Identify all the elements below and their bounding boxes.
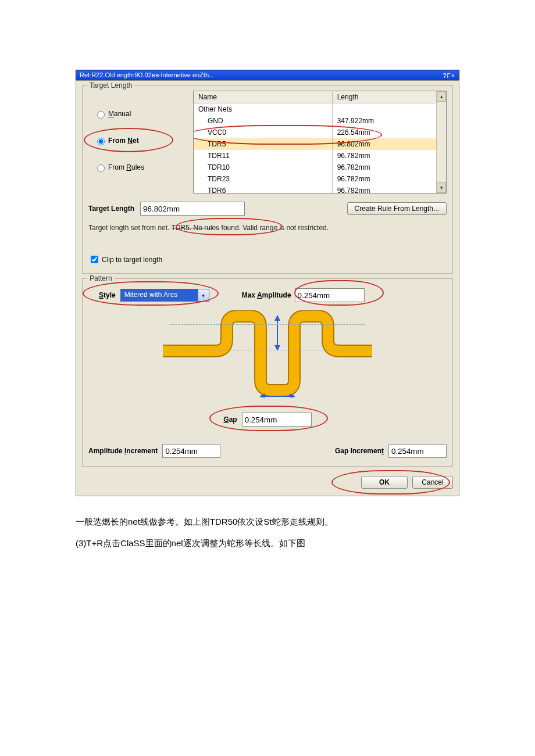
status-text: Target length set from net. TDR5. No rul… <box>88 224 447 232</box>
nets-table[interactable]: Name Length Other NetsGND347.922mmVCC022… <box>193 91 447 194</box>
style-label: Style <box>99 291 116 299</box>
caption-text-2: (3)T+R点击ClaSS里面的nel逐次调整为蛇形等长线。如下图 <box>76 535 459 551</box>
table-row[interactable]: TDR1196.782mm <box>194 150 446 162</box>
pattern-group: Pattern Style Mitered with Arcs ▾ Max Am… <box>82 278 453 467</box>
chevron-down-icon[interactable]: ▾ <box>198 289 209 301</box>
col-header-name[interactable]: Name <box>194 91 333 103</box>
style-combo[interactable]: Mitered with Arcs ▾ <box>120 289 209 302</box>
clip-checkbox-row[interactable]: Clip to target length <box>88 254 447 265</box>
radio-from-rules-label: From Rules <box>108 163 144 171</box>
window-title: Ret:R22.Old ength:9Ω.02ʙʙ-Internetive en… <box>80 71 214 79</box>
target-length-group-title: Target Length <box>87 81 134 89</box>
max-amplitude-input[interactable] <box>295 288 365 302</box>
ok-button[interactable]: OK <box>361 476 408 489</box>
cancel-button[interactable]: Cancel <box>412 476 453 489</box>
table-row[interactable]: TDR2396.782mm <box>194 173 446 185</box>
pattern-group-title: Pattern <box>87 274 115 282</box>
radio-manual-input[interactable] <box>97 111 105 119</box>
target-length-input[interactable] <box>140 202 245 216</box>
gap-increment-label: Gap Increment <box>335 447 384 455</box>
gap-increment-input[interactable] <box>388 444 447 458</box>
amplitude-increment-label: Amplitude Increment <box>88 447 158 455</box>
dialog-body: Target Length MManualanual From Net From <box>76 80 459 496</box>
gap-label: Gap <box>223 415 237 424</box>
serpentine-svg <box>163 310 372 397</box>
radio-from-net[interactable]: From Net <box>94 136 193 145</box>
col-header-length[interactable]: Length <box>333 91 446 103</box>
radio-manual-label: MManualanual <box>108 110 131 118</box>
table-row[interactable]: TDR596.802mm <box>194 138 446 150</box>
create-rule-button[interactable]: Create Rule From Length... <box>347 202 447 215</box>
table-row[interactable]: TDR1096.782mm <box>194 162 446 173</box>
amplitude-increment-input[interactable] <box>162 444 220 458</box>
clip-checkbox[interactable] <box>91 256 98 263</box>
radio-manual[interactable]: MManualanual <box>94 109 193 119</box>
target-length-group: Target Length MManualanual From Net From <box>82 85 453 274</box>
max-amplitude-label: Max Amplitude <box>242 291 291 299</box>
target-length-label: Target Length <box>88 205 134 213</box>
radio-from-rules[interactable]: From Rules <box>94 163 193 172</box>
clip-checkbox-label: Clip to target length <box>102 256 162 264</box>
gap-input[interactable] <box>242 413 312 427</box>
radio-from-rules-input[interactable] <box>97 164 105 172</box>
radio-from-net-input[interactable] <box>97 138 105 145</box>
table-category-row[interactable]: Other Nets <box>194 103 446 115</box>
table-row[interactable]: TDR696.782mm <box>194 185 446 194</box>
svg-marker-1 <box>274 315 280 321</box>
table-row[interactable]: GND347.922mm <box>194 115 446 127</box>
table-header: Name Length <box>194 91 446 103</box>
style-combo-value: Mitered with Arcs <box>121 289 198 301</box>
table-row[interactable]: VCC0226.54mm <box>194 127 446 138</box>
scroll-down-icon[interactable]: ▾ <box>437 182 446 193</box>
window-titlebar: Ret:R22.Old ength:9Ω.02ʙʙ-Internetive en… <box>76 70 459 80</box>
serpentine-preview <box>100 310 435 409</box>
caption-text-1: 一般选燃长的net线做参考。如上图TDR50依次设St蛇形走线规则。 <box>76 514 459 529</box>
table-scrollbar[interactable]: ▴ ▾ <box>436 91 446 193</box>
radio-column: MManualanual From Net From Rules <box>88 91 193 194</box>
scroll-up-icon[interactable]: ▴ <box>437 91 446 102</box>
window-control-buttons[interactable]: ?Γ× <box>443 72 455 79</box>
radio-from-net-label: From Net <box>108 137 139 145</box>
